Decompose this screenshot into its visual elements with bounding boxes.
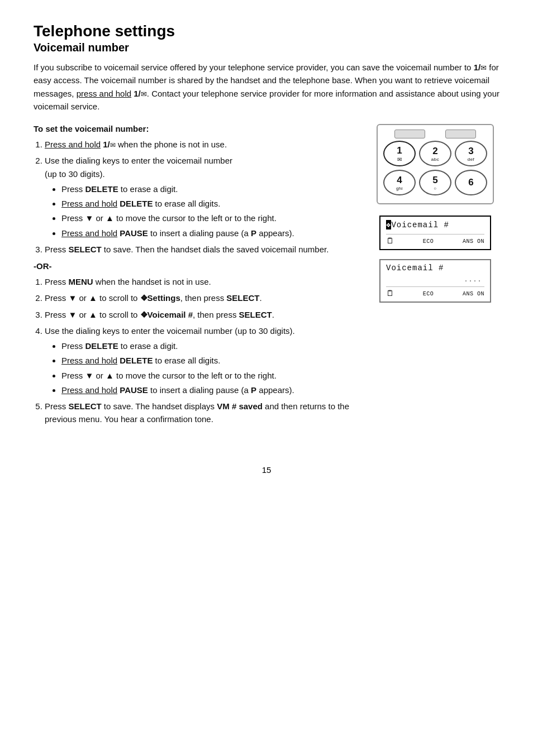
lcd-menu-icon: 🗒 (386, 237, 394, 246)
key-slot-right (445, 130, 476, 138)
section-label: To set the voicemail number: (34, 124, 360, 133)
cursor-highlight: ❖ (386, 220, 391, 229)
step-b-4-bullets: Press DELETE to erase a digit. Press and… (45, 339, 360, 396)
page-title: Telephone settings (34, 22, 499, 40)
page-subtitle: Voicemail number (34, 41, 499, 54)
lcd-screen-1-bottom: 🗒 ECO ANS ON (386, 234, 484, 246)
keypad-diagram: 1 ✉ 2 abc 3 def 4 ghi 5 (377, 124, 494, 204)
key-6: 6 (455, 170, 487, 195)
bullet-b-4-4: Press and hold PAUSE to insert a dialing… (61, 384, 360, 396)
step-b-3: Press ▼ or ▲ to scroll to ❖Voicemail #, … (45, 308, 360, 321)
lcd-screen-1-line1: ❖Voicemail # (386, 220, 484, 229)
bullet-a-2-2: Press and hold DELETE to erase all digit… (61, 197, 360, 210)
step-a-3: Press SELECT to save. Then the handset d… (45, 243, 360, 256)
step-a-2-bullets: Press DELETE to erase a digit. Press and… (45, 183, 360, 240)
key-2: 2 abc (419, 141, 451, 166)
intro-paragraph: If you subscribe to voicemail service of… (34, 61, 499, 113)
lcd-screen-2-bottom: 🗒 ECO ANS ON (386, 286, 484, 298)
step-b-1: Press MENU when the handset is not in us… (45, 275, 360, 288)
diagram-column: 1 ✉ 2 abc 3 def 4 ghi 5 (371, 124, 499, 303)
key-slot-left (394, 130, 425, 138)
key-3: 3 def (455, 141, 487, 166)
step-b-2: Press ▼ or ▲ to scroll to ❖Settings, the… (45, 291, 360, 304)
lcd-screen-2-line1: Voicemail # (386, 264, 484, 272)
lcd-screen-1: ❖Voicemail # 🗒 ECO ANS ON (379, 216, 491, 250)
page-number: 15 (34, 465, 499, 475)
key-4: 4 ghi (383, 170, 416, 195)
keypad-row-2: 4 ghi 5 ○ 6 (383, 170, 487, 195)
steps-list-a: Press and hold 1/✉ when the phone is not… (34, 138, 360, 256)
bullet-a-2-3: Press ▼ or ▲ to move the cursor to the l… (61, 212, 360, 224)
keypad-top-slots (383, 130, 487, 138)
keypad-row-1: 1 ✉ 2 abc 3 def (383, 141, 487, 166)
key-5: 5 ○ (419, 170, 451, 195)
lcd-screen-2-dots: .... (386, 277, 484, 283)
bullet-b-4-1: Press DELETE to erase a digit. (61, 339, 360, 352)
step-b-5: Press SELECT to save. The handset displa… (45, 400, 360, 426)
steps-list-b: Press MENU when the handset is not in us… (34, 275, 360, 426)
bullet-a-2-1: Press DELETE to erase a digit. (61, 183, 360, 195)
bullet-b-4-2: Press and hold DELETE to erase all digit… (61, 354, 360, 367)
lcd-menu-icon-2: 🗒 (386, 289, 394, 298)
lcd-screen-2: Voicemail # .... 🗒 ECO ANS ON (379, 259, 491, 303)
key-1: 1 ✉ (383, 141, 416, 166)
step-b-4: Use the dialing keys to enter the voicem… (45, 324, 360, 396)
or-label: -OR- (34, 261, 360, 271)
step-a-1: Press and hold 1/✉ when the phone is not… (45, 138, 360, 151)
step-a-2: Use the dialing keys to enter the voicem… (45, 154, 360, 240)
bullet-b-4-3: Press ▼ or ▲ to move the cursor to the l… (61, 369, 360, 382)
lcd-eco-label-2: ECO (423, 291, 434, 297)
lcd-eco-label: ECO (423, 238, 434, 245)
bullet-a-2-4: Press and hold PAUSE to insert a dialing… (61, 227, 360, 240)
lcd-anson-label: ANS ON (463, 238, 484, 245)
lcd-anson-label-2: ANS ON (463, 291, 484, 297)
main-text-column: To set the voicemail number: Press and h… (34, 124, 360, 432)
